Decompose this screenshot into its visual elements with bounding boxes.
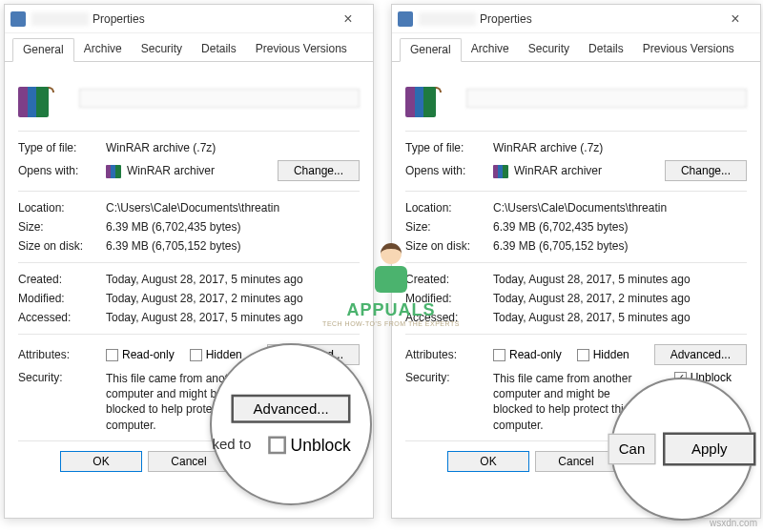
value-disk: 6.39 MB (6,705,152 bytes) xyxy=(493,239,628,253)
tabs: General Archive Security Details Previou… xyxy=(392,37,760,62)
readonly-checkbox[interactable]: Read-only xyxy=(106,348,175,361)
ok-button[interactable]: OK xyxy=(447,451,529,472)
value-location: C:\Users\Cale\Documents\threatin xyxy=(106,201,279,215)
winrar-small-icon xyxy=(106,163,121,178)
readonly-checkbox[interactable]: Read-only xyxy=(493,348,562,361)
label-accessed: Accessed: xyxy=(405,311,493,324)
hidden-label: Hidden xyxy=(593,348,629,361)
label-modified: Modified: xyxy=(405,292,493,305)
filename-input[interactable] xyxy=(79,89,360,108)
winrar-icon xyxy=(18,79,60,117)
tab-previous-versions[interactable]: Previous Versions xyxy=(633,38,744,62)
tab-details[interactable]: Details xyxy=(192,38,246,62)
window-title: Properties xyxy=(93,12,145,26)
titlebar[interactable]: Properties × xyxy=(392,5,760,33)
value-size: 6.39 MB (6,702,435 bytes) xyxy=(493,220,628,234)
label-type: Type of file: xyxy=(18,141,106,154)
filename-blurred xyxy=(419,12,476,26)
magnified-unblock-label: Unblock xyxy=(290,435,350,454)
watermark: wsxdn.com xyxy=(710,518,757,528)
value-modified: Today, August 28, 2017, 2 minutes ago xyxy=(106,292,303,305)
label-accessed: Accessed: xyxy=(18,311,106,324)
winrar-icon xyxy=(405,79,447,117)
tab-security[interactable]: Security xyxy=(132,38,192,62)
file-icon xyxy=(10,11,26,27)
value-created: Today, August 28, 2017, 5 minutes ago xyxy=(493,273,691,286)
change-button[interactable]: Change... xyxy=(278,160,360,181)
label-created: Created: xyxy=(18,273,106,286)
change-button[interactable]: Change... xyxy=(665,160,747,181)
value-size: 6.39 MB (6,702,435 bytes) xyxy=(106,220,240,234)
label-attributes: Attributes: xyxy=(18,348,106,361)
magnified-partial-text: ked to xyxy=(212,437,251,454)
magnified-advanced-button[interactable]: Advanced... xyxy=(232,395,350,423)
hidden-label: Hidden xyxy=(206,348,242,361)
cancel-button[interactable]: Cancel xyxy=(535,451,617,472)
value-disk: 6.39 MB (6,705,152 bytes) xyxy=(106,239,240,253)
label-attributes: Attributes: xyxy=(405,348,493,361)
tab-archive[interactable]: Archive xyxy=(462,38,519,62)
magnified-cancel-partial[interactable]: Can xyxy=(608,434,655,465)
magnifier-advanced-unblock: Advanced... ked to Unblock xyxy=(210,343,372,505)
label-opens: Opens with: xyxy=(18,164,106,177)
label-disk: Size on disk: xyxy=(405,239,493,253)
label-opens: Opens with: xyxy=(405,164,493,177)
value-type: WinRAR archive (.7z) xyxy=(493,141,603,154)
hidden-checkbox[interactable]: Hidden xyxy=(577,348,629,361)
close-icon[interactable]: × xyxy=(329,10,367,28)
tab-general[interactable]: General xyxy=(400,38,462,62)
label-security: Security: xyxy=(18,371,106,384)
ok-button[interactable]: OK xyxy=(60,451,142,472)
label-security: Security: xyxy=(405,371,493,384)
advanced-button[interactable]: Advanced... xyxy=(654,344,747,365)
label-location: Location: xyxy=(18,201,106,215)
magnified-unblock-checkbox[interactable]: Unblock xyxy=(268,435,351,454)
label-location: Location: xyxy=(405,201,493,215)
label-modified: Modified: xyxy=(18,292,106,305)
readonly-label: Read-only xyxy=(122,348,175,361)
label-size: Size: xyxy=(18,220,106,234)
tab-previous-versions[interactable]: Previous Versions xyxy=(246,38,357,62)
value-accessed: Today, August 28, 2017, 5 minutes ago xyxy=(106,311,303,324)
value-location: C:\Users\Cale\Documents\threatin xyxy=(493,201,667,215)
label-disk: Size on disk: xyxy=(18,239,106,253)
value-modified: Today, August 28, 2017, 2 minutes ago xyxy=(493,292,691,305)
label-size: Size: xyxy=(405,220,493,234)
value-accessed: Today, August 28, 2017, 5 minutes ago xyxy=(493,311,691,324)
value-opens: WinRAR archiver xyxy=(514,164,665,177)
tab-security[interactable]: Security xyxy=(519,38,579,62)
label-type: Type of file: xyxy=(405,141,493,154)
winrar-small-icon xyxy=(493,163,508,178)
readonly-label: Read-only xyxy=(509,348,562,361)
label-created: Created: xyxy=(405,273,493,286)
filename-blurred xyxy=(31,12,89,26)
magnified-apply-button[interactable]: Apply xyxy=(663,433,756,466)
tabs: General Archive Security Details Previou… xyxy=(5,37,373,62)
titlebar[interactable]: Properties × xyxy=(5,5,373,33)
value-created: Today, August 28, 2017, 5 minutes ago xyxy=(106,273,303,286)
file-icon xyxy=(398,11,413,27)
value-opens: WinRAR archiver xyxy=(127,164,278,177)
value-type: WinRAR archive (.7z) xyxy=(106,141,216,154)
close-icon[interactable]: × xyxy=(716,10,754,28)
tab-details[interactable]: Details xyxy=(579,38,633,62)
hidden-checkbox[interactable]: Hidden xyxy=(190,348,242,361)
tab-archive[interactable]: Archive xyxy=(74,38,132,62)
magnifier-apply: Can Apply xyxy=(610,378,753,521)
tab-general[interactable]: General xyxy=(12,38,74,62)
window-title: Properties xyxy=(480,12,532,26)
filename-input[interactable] xyxy=(466,89,747,108)
